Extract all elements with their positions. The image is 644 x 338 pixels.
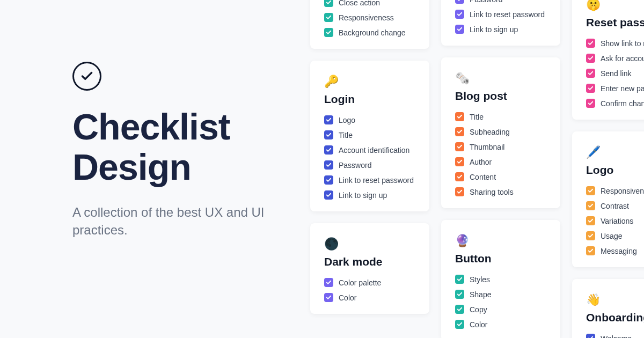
checklist-item[interactable]: Usage xyxy=(586,231,644,240)
checklist-item-label: Ask for account xyxy=(601,54,644,63)
checklist-card[interactable]: 🔑LoginLogoTitleAccount identificationPas… xyxy=(310,61,429,211)
checklist-item-label: Responsiveness xyxy=(601,187,644,195)
checklist-item[interactable]: Enter new password xyxy=(586,84,644,93)
checklist-item[interactable]: Show link to reset xyxy=(586,39,644,48)
checkbox-icon[interactable] xyxy=(586,334,595,338)
checkbox-icon[interactable] xyxy=(586,69,595,78)
checklist-card[interactable]: 🤫Reset passwordShow link to resetAsk for… xyxy=(572,0,644,120)
checklist-item[interactable]: Color xyxy=(455,320,546,329)
checkbox-icon[interactable] xyxy=(586,216,595,225)
checklist-item[interactable]: Thumbnail xyxy=(455,142,546,151)
checkbox-icon[interactable] xyxy=(455,25,464,34)
checklist-item[interactable]: Color xyxy=(324,293,415,302)
card-title: Logo xyxy=(586,164,644,177)
checklist-item-label: Copy xyxy=(470,305,487,314)
checkbox-icon[interactable] xyxy=(586,186,595,195)
checklist-item[interactable]: Content xyxy=(455,172,546,181)
card-items: ResponsivenessContrastVariationsUsageMes… xyxy=(586,186,644,255)
checkbox-icon[interactable] xyxy=(324,13,333,22)
card-items: Welcome xyxy=(586,334,644,338)
checklist-item[interactable]: Send link xyxy=(586,69,644,78)
card-items: StylesShapeCopyColor xyxy=(455,275,546,329)
card-emoji-icon: 🗞️ xyxy=(455,71,546,85)
checklist-item[interactable]: Logo xyxy=(324,115,415,124)
checkbox-icon[interactable] xyxy=(324,0,333,7)
checklist-item[interactable]: Welcome xyxy=(586,334,644,338)
checkbox-icon[interactable] xyxy=(586,84,595,93)
checklist-item[interactable]: Account identification xyxy=(324,145,415,155)
checklist-item[interactable]: Title xyxy=(324,130,415,139)
checklist-card[interactable]: Descriptive textButton/sClose actionResp… xyxy=(310,0,429,49)
checklist-card[interactable]: 🖊️LogoResponsivenessContrastVariationsUs… xyxy=(572,131,644,267)
checklist-card[interactable]: 👋OnboardingWelcome xyxy=(572,279,644,338)
checkbox-icon[interactable] xyxy=(586,246,595,255)
checkbox-icon[interactable] xyxy=(324,278,333,287)
checkbox-icon[interactable] xyxy=(586,99,595,108)
checklist-item[interactable]: Link to reset password xyxy=(324,175,415,185)
checkbox-icon[interactable] xyxy=(324,115,333,124)
checkbox-icon[interactable] xyxy=(324,160,333,170)
card-title: Button xyxy=(455,252,546,265)
checkbox-icon[interactable] xyxy=(455,320,464,329)
checklist-item[interactable]: Password xyxy=(324,160,415,170)
checklist-item-label: Usage xyxy=(601,232,622,240)
checklist-item[interactable]: Link to sign up xyxy=(455,25,546,34)
logo-check-icon xyxy=(72,62,101,91)
checkbox-icon[interactable] xyxy=(455,127,464,136)
card-title: Login xyxy=(324,93,415,106)
checklist-card[interactable]: 🔮ButtonStylesShapeCopyColor xyxy=(441,220,560,338)
checklist-item[interactable]: Responsiveness xyxy=(586,186,644,195)
checkbox-icon[interactable] xyxy=(455,10,464,19)
checkbox-icon[interactable] xyxy=(455,305,464,314)
checklist-item[interactable]: Ask for account xyxy=(586,54,644,63)
checklist-item-label: Link to reset password xyxy=(339,176,414,185)
checkbox-icon[interactable] xyxy=(324,190,333,200)
checklist-item[interactable]: Variations xyxy=(586,216,644,225)
checklist-item[interactable]: Responsiveness xyxy=(324,13,415,22)
checkbox-icon[interactable] xyxy=(586,54,595,63)
checkbox-icon[interactable] xyxy=(455,0,464,4)
checkbox-icon[interactable] xyxy=(324,145,333,155)
checkbox-icon[interactable] xyxy=(586,231,595,240)
checkbox-icon[interactable] xyxy=(455,157,464,166)
checklist-item[interactable]: Styles xyxy=(455,275,546,284)
checkbox-icon[interactable] xyxy=(324,175,333,185)
checklist-item-label: Confirm change xyxy=(601,99,644,108)
card-title: Blog post xyxy=(455,90,546,102)
card-items: PasswordLink to reset passwordLink to si… xyxy=(455,0,546,34)
checklist-item[interactable]: Shape xyxy=(455,290,546,299)
checkbox-icon[interactable] xyxy=(586,39,595,48)
checklist-item[interactable]: Background change xyxy=(324,28,415,37)
checklist-item-label: Color palette xyxy=(339,278,381,287)
checkbox-icon[interactable] xyxy=(455,290,464,299)
checklist-item[interactable]: Author xyxy=(455,157,546,166)
checklist-item[interactable]: Close action xyxy=(324,0,415,7)
checklist-item[interactable]: Title xyxy=(455,112,546,121)
checklist-item-label: Send link xyxy=(601,69,632,78)
checkbox-icon[interactable] xyxy=(324,28,333,37)
checkbox-icon[interactable] xyxy=(455,187,464,196)
checklist-item[interactable]: Link to sign up xyxy=(324,190,415,200)
checklist-item[interactable]: Confirm change xyxy=(586,99,644,108)
checklist-item[interactable]: Color palette xyxy=(324,278,415,287)
checklist-item[interactable]: Link to reset password xyxy=(455,10,546,19)
card-items: Show link to resetAsk for accountSend li… xyxy=(586,39,644,108)
checklist-card[interactable]: PasswordLink to reset passwordLink to si… xyxy=(441,0,560,46)
checklist-item[interactable]: Contrast xyxy=(586,201,644,210)
checkbox-icon[interactable] xyxy=(586,201,595,210)
checkbox-icon[interactable] xyxy=(455,275,464,284)
checklist-item[interactable]: Messaging xyxy=(586,246,644,255)
checklist-item[interactable]: Password xyxy=(455,0,546,4)
checklist-item[interactable]: Subheading xyxy=(455,127,546,136)
checklist-card[interactable]: 🗞️Blog postTitleSubheadingThumbnailAutho… xyxy=(441,57,560,208)
checkbox-icon[interactable] xyxy=(455,112,464,121)
checklist-card[interactable]: 🌑Dark modeColor paletteColor xyxy=(310,223,429,314)
checkbox-icon[interactable] xyxy=(324,130,333,139)
checklist-item[interactable]: Copy xyxy=(455,305,546,314)
checkbox-icon[interactable] xyxy=(455,142,464,151)
checkbox-icon[interactable] xyxy=(324,293,333,302)
checklist-item-label: Color xyxy=(470,320,487,329)
checklist-item[interactable]: Sharing tools xyxy=(455,187,546,196)
checkbox-icon[interactable] xyxy=(455,172,464,181)
checklist-item-label: Enter new password xyxy=(601,84,644,93)
